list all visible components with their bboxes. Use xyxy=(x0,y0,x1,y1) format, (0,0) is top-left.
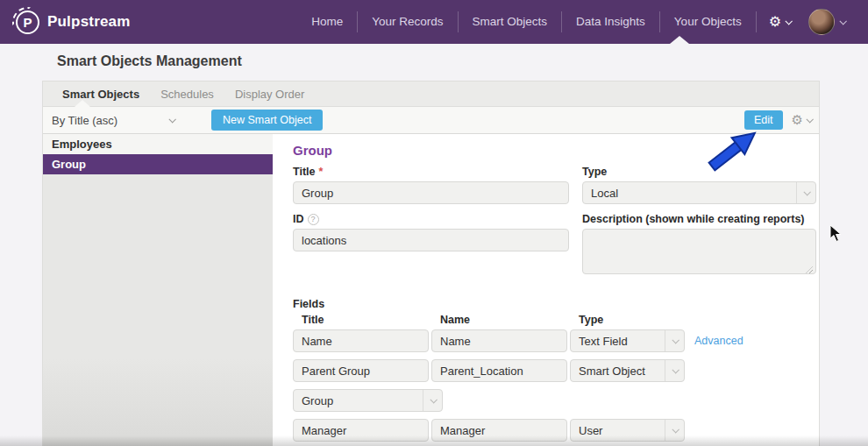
toolbar: By Title (asc) New Smart Object Edit ⚙ xyxy=(43,107,819,134)
field-sub-row: Group xyxy=(293,389,819,412)
brand-name: Pulpstream xyxy=(47,13,131,31)
detail-panel: Group Title * ID xyxy=(273,134,819,446)
tab-smart-objects[interactable]: Smart Objects xyxy=(52,88,150,101)
edit-button[interactable]: Edit xyxy=(744,110,783,130)
field-row: Text Field Advanced xyxy=(293,329,819,352)
list-item-employees[interactable]: Employees xyxy=(43,134,273,154)
nav-item-your-objects[interactable]: Your Objects xyxy=(659,11,756,32)
user-menu[interactable] xyxy=(808,9,845,35)
chevron-down-icon xyxy=(168,116,175,123)
sort-order-value: By Title (asc) xyxy=(52,114,117,127)
active-tab-pointer-icon xyxy=(75,100,90,107)
fields-section-label: Fields xyxy=(293,298,819,311)
chevron-down-icon xyxy=(665,330,684,351)
chevron-down-icon xyxy=(796,182,815,203)
tab-schedules[interactable]: Schedules xyxy=(150,88,224,101)
field-name-input[interactable] xyxy=(431,359,567,382)
new-smart-object-button[interactable]: New Smart Object xyxy=(211,110,323,131)
id-label: ID ? xyxy=(293,213,569,226)
required-asterisk: * xyxy=(318,166,323,179)
sort-order-select[interactable]: By Title (asc) xyxy=(52,114,174,127)
field-title-input[interactable] xyxy=(293,359,429,382)
detail-form: Title * ID ? xyxy=(293,166,819,287)
page-title: Smart Objects Management xyxy=(57,53,242,69)
description-label: Description (shown while creating report… xyxy=(582,213,816,226)
object-settings-menu[interactable]: ⚙ xyxy=(792,113,812,127)
detail-heading: Group xyxy=(293,143,819,159)
type-label: Type xyxy=(582,166,816,179)
chevron-down-icon xyxy=(785,18,792,25)
fields-col-name: Name xyxy=(431,314,567,326)
content-panel: Smart Objects Schedules Display Order By… xyxy=(42,81,820,446)
chevron-down-icon xyxy=(806,116,813,123)
brand[interactable]: P Pulpstream xyxy=(16,11,131,34)
title-label: Title * xyxy=(293,166,569,179)
field-title-input[interactable] xyxy=(293,329,429,352)
settings-menu[interactable]: ⚙ xyxy=(756,11,803,32)
advanced-link[interactable]: Advanced xyxy=(694,335,743,347)
fields-header-row: Title Name Type xyxy=(293,314,819,326)
nav-menu: Home Your Records Smart Objects Data Ins… xyxy=(297,11,868,32)
chevron-down-icon xyxy=(665,420,684,441)
description-field[interactable] xyxy=(582,229,816,274)
type-select-value: Local xyxy=(583,187,796,200)
field-title-input[interactable] xyxy=(293,419,429,442)
tab-bar: Smart Objects Schedules Display Order xyxy=(43,81,819,107)
nav-item-home[interactable]: Home xyxy=(297,11,357,32)
field-name-input[interactable] xyxy=(431,329,567,352)
fields-col-title: Title xyxy=(293,314,429,326)
tab-display-order[interactable]: Display Order xyxy=(224,88,315,101)
type-select[interactable]: Local xyxy=(582,181,816,204)
help-icon[interactable]: ? xyxy=(308,214,319,225)
smart-object-target-select[interactable]: Group xyxy=(293,389,443,412)
field-type-select[interactable]: Text Field xyxy=(570,329,685,352)
field-name-input[interactable] xyxy=(431,419,567,442)
field-row: User xyxy=(293,419,819,442)
gear-icon: ⚙ xyxy=(769,15,781,29)
field-type-select[interactable]: User xyxy=(570,419,685,442)
field-row: Smart Object xyxy=(293,359,819,382)
active-nav-pointer-icon xyxy=(670,36,689,44)
list-item-group[interactable]: Group xyxy=(43,154,273,174)
smart-objects-list: Employees Group xyxy=(43,134,273,446)
nav-item-smart-objects[interactable]: Smart Objects xyxy=(458,11,562,32)
title-field[interactable] xyxy=(293,181,569,204)
mouse-cursor-icon xyxy=(829,224,843,244)
id-field[interactable] xyxy=(293,229,569,251)
chevron-down-icon xyxy=(665,360,684,381)
toolbar-right: Edit ⚙ xyxy=(744,110,812,130)
nav-item-data-insights[interactable]: Data Insights xyxy=(561,11,659,32)
nav-item-your-records[interactable]: Your Records xyxy=(357,11,457,32)
chevron-down-icon xyxy=(423,390,442,411)
body-row: Employees Group Group Title * xyxy=(43,134,819,446)
description-wrap xyxy=(582,229,816,278)
top-navbar: P Pulpstream Home Your Records Smart Obj… xyxy=(0,0,868,44)
fields-col-type: Type xyxy=(570,314,685,326)
field-type-select[interactable]: Smart Object xyxy=(570,359,685,382)
avatar xyxy=(808,9,835,35)
gear-icon: ⚙ xyxy=(792,113,803,127)
pulpstream-logo-icon: P xyxy=(16,11,39,34)
chevron-down-icon xyxy=(839,18,846,25)
app-window: P Pulpstream Home Your Records Smart Obj… xyxy=(0,0,868,446)
fields-section: Fields Title Name Type Text Field Adv xyxy=(293,298,819,446)
